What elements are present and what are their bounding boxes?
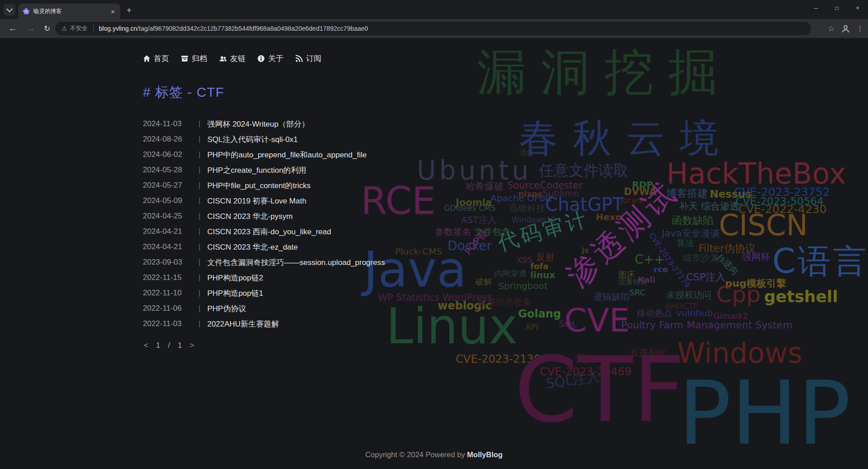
post-separator: | xyxy=(198,181,200,190)
post-separator: | xyxy=(198,119,200,128)
url-host: blog.yvling.cn xyxy=(99,25,137,32)
post-title-link[interactable]: PHP伪协议 xyxy=(207,303,246,314)
post-date: 2023-09-03 xyxy=(143,258,192,267)
reload-button[interactable]: ↻ xyxy=(42,24,52,33)
post-title-link[interactable]: 强网杯 2024-Writeup（部分） xyxy=(207,119,309,129)
post-row: 2024-04-21|CISCN 2023 西南-do_you_like_rea… xyxy=(143,224,385,239)
toolbar-right: ☆ ⋮ xyxy=(828,19,863,38)
browser-tab[interactable]: 喻灵的博客 × xyxy=(18,4,120,19)
post-row: 2022-11-03|2022AHU新生赛题解 xyxy=(143,316,385,332)
post-row: 2022-11-15|PHP构造pop链2 xyxy=(143,270,385,285)
nav-item-archive[interactable]: 归档 xyxy=(181,53,207,64)
nav-item-label: 友链 xyxy=(230,53,245,64)
rss-icon xyxy=(295,55,303,62)
post-title-link[interactable]: PHP中file_put_content的tricks xyxy=(207,180,311,191)
post-separator: | xyxy=(198,135,200,144)
forward-button[interactable]: → xyxy=(25,24,36,33)
post-separator: | xyxy=(198,242,200,251)
post-date: 2024-06-02 xyxy=(143,150,192,159)
post-row: 2024-11-03|强网杯 2024-Writeup（部分） xyxy=(143,116,385,132)
pagination-separator: / xyxy=(168,341,170,350)
nav-item-label: 归档 xyxy=(192,53,207,64)
post-date: 2024-05-27 xyxy=(143,181,192,190)
post-title-link[interactable]: SQL注入代码审计-sqli-0x1 xyxy=(207,134,297,145)
post-date: 2022-11-10 xyxy=(143,289,192,298)
back-button[interactable]: ← xyxy=(7,24,18,33)
profile-icon[interactable] xyxy=(841,24,850,33)
tab-search-button[interactable] xyxy=(4,4,15,16)
post-separator: | xyxy=(198,150,200,159)
post-separator: | xyxy=(198,319,200,328)
post-separator: | xyxy=(198,304,200,313)
post-title-link[interactable]: CISCN 2023 华北-pysym xyxy=(207,211,292,222)
not-secure-warning-icon: ⚠ xyxy=(61,25,67,32)
post-separator: | xyxy=(198,227,200,236)
pagination-prev[interactable]: < xyxy=(144,341,148,350)
post-row: 2023-09-03|文件包含漏洞奇技淫巧——session.upload_pr… xyxy=(143,255,385,270)
page-content: 首页 归档 友链 关于 xyxy=(0,38,868,469)
maximize-button[interactable]: □ xyxy=(826,0,847,16)
post-row: 2024-05-09|CISCN 2019 初赛-Love Math xyxy=(143,193,385,208)
archive-icon xyxy=(181,55,189,62)
pagination-next[interactable]: > xyxy=(190,341,194,350)
post-separator: | xyxy=(198,196,200,205)
post-date: 2022-11-15 xyxy=(143,273,192,282)
url-text: blog.yvling.cn/tag/af9679082dd342c2c12b7… xyxy=(99,25,368,32)
page-footer: Copyright © 2024 Powered by MollyBlog xyxy=(0,450,868,459)
post-row: 2022-11-10|PHP构造pop链1 xyxy=(143,285,385,301)
address-bar[interactable]: ⚠ 不安全 blog.yvling.cn/tag/af9679082dd342c… xyxy=(55,22,811,35)
post-date: 2024-05-28 xyxy=(143,166,192,175)
post-date: 2022-11-03 xyxy=(143,319,192,328)
pagination: < 1 / 1 > xyxy=(144,341,194,350)
post-date: 2022-11-06 xyxy=(143,304,192,313)
post-row: 2024-05-28|PHP之create_function的利用 xyxy=(143,162,385,178)
minimize-button[interactable]: ─ xyxy=(806,0,826,16)
post-title-link[interactable]: PHP之create_function的利用 xyxy=(207,165,306,175)
bookmark-star-icon[interactable]: ☆ xyxy=(828,24,835,33)
post-row: 2024-04-25|CISCN 2023 华北-pysym xyxy=(143,208,385,224)
tab-title: 喻灵的博客 xyxy=(33,8,110,15)
post-row: 2024-06-02|PHP中的auto_prepend_file和auto_a… xyxy=(143,147,385,162)
new-tab-button[interactable]: + xyxy=(127,6,132,14)
pagination-total: 1 xyxy=(178,341,182,350)
security-label[interactable]: 不安全 xyxy=(70,24,88,33)
post-title-link[interactable]: CISCN 2023 华北-ez_date xyxy=(207,242,297,252)
post-date: 2024-04-21 xyxy=(143,227,192,236)
post-separator: | xyxy=(198,258,200,267)
omnibox-divider xyxy=(93,25,94,32)
post-title-link[interactable]: PHP构造pop链1 xyxy=(207,288,263,298)
post-title-link[interactable]: 文件包含漏洞奇技淫巧——session.upload_progress xyxy=(207,257,385,268)
nav-item-label: 订阅 xyxy=(306,53,321,64)
browser-tab-strip: 喻灵的博客 × + ─ □ × xyxy=(0,0,868,19)
post-date: 2024-11-03 xyxy=(143,119,192,128)
friends-icon xyxy=(219,55,227,62)
post-list: 2024-11-03|强网杯 2024-Writeup（部分）2024-08-2… xyxy=(143,116,385,332)
browser-toolbar: ← → ↻ ⚠ 不安全 blog.yvling.cn/tag/af9679082… xyxy=(0,19,868,38)
pagination-current: 1 xyxy=(156,341,160,350)
site-nav: 首页 归档 友链 关于 xyxy=(143,53,321,64)
nav-item-friends[interactable]: 友链 xyxy=(219,53,245,64)
chevron-down-icon xyxy=(6,6,13,12)
post-row: 2024-04-21|CISCN 2023 华北-ez_date xyxy=(143,239,385,255)
post-separator: | xyxy=(198,273,200,282)
nav-item-home[interactable]: 首页 xyxy=(143,53,169,64)
post-title-link[interactable]: CISCN 2019 初赛-Love Math xyxy=(207,196,306,206)
url-path: /tag/af9679082dd342c2c12b77382b544fdf968… xyxy=(137,25,368,32)
post-row: 2024-08-26|SQL注入代码审计-sqli-0x1 xyxy=(143,132,385,147)
post-title-link[interactable]: PHP中的auto_prepend_file和auto_append_file xyxy=(207,150,367,160)
post-title-link[interactable]: CISCN 2023 西南-do_you_like_read xyxy=(207,227,331,237)
menu-kebab-icon[interactable]: ⋮ xyxy=(857,24,863,33)
footer-text: Copyright © 2024 Powered by xyxy=(365,450,467,459)
favicon-flower-icon xyxy=(23,8,30,15)
nav-item-subscribe[interactable]: 订阅 xyxy=(295,53,321,64)
post-separator: | xyxy=(198,212,200,221)
post-title-link[interactable]: PHP构造pop链2 xyxy=(207,273,263,283)
close-button[interactable]: × xyxy=(847,0,868,16)
post-separator: | xyxy=(198,166,200,175)
post-title-link[interactable]: 2022AHU新生赛题解 xyxy=(207,319,279,329)
nav-item-about[interactable]: 关于 xyxy=(257,53,283,64)
window-controls: ─ □ × xyxy=(806,0,868,16)
home-icon xyxy=(143,55,151,62)
post-date: 2024-08-26 xyxy=(143,135,192,144)
tab-close-icon[interactable]: × xyxy=(110,8,116,15)
